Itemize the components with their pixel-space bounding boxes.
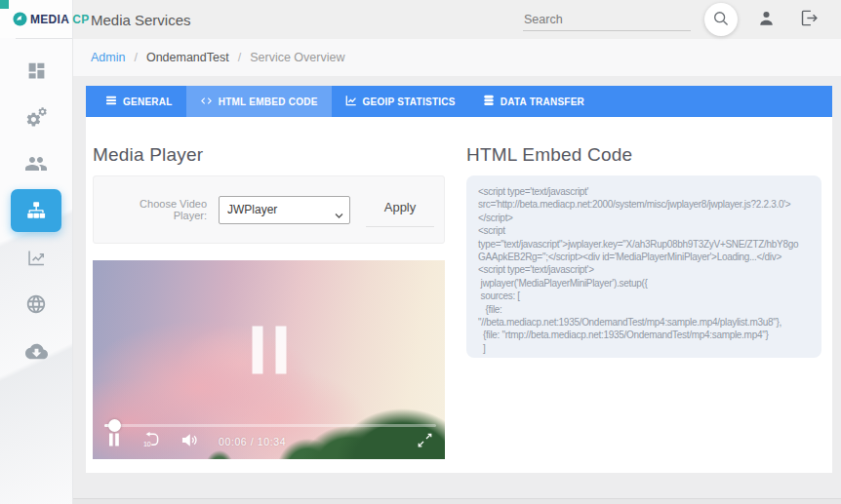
search-icon: [712, 10, 730, 30]
breadcrumb-separator: /: [134, 51, 137, 64]
media-player-section: Media Player Choose Video Player: JWPlay…: [93, 144, 445, 459]
breadcrumb-current-page: Service Overview: [250, 51, 344, 64]
main-area: Media Services Admin / OndemandTest / Se…: [73, 0, 841, 504]
chart-line-icon: [26, 248, 47, 268]
top-bar: Media Services: [73, 0, 841, 39]
tab-bar: GENERAL HTML EMBED CODE GEOIP STATISTICS…: [86, 86, 832, 117]
breadcrumb-admin[interactable]: Admin: [91, 51, 125, 64]
logout-icon: [799, 9, 818, 30]
tab-general[interactable]: GENERAL: [92, 86, 186, 117]
tab-label: HTML EMBED CODE: [219, 97, 318, 107]
page-title: Media Services: [91, 12, 191, 28]
person-icon: [757, 9, 776, 30]
tab-label: DATA TRANSFER: [501, 97, 584, 107]
embed-code-heading: HTML Embed Code: [466, 144, 821, 166]
settings-gears-icon: [24, 105, 48, 129]
code-icon: [200, 95, 213, 109]
svg-text:10: 10: [143, 441, 151, 448]
player-select-wrap: JWPlayer: [219, 196, 350, 224]
breadcrumb: Admin / OndemandTest / Service Overview: [73, 39, 841, 76]
video-progress-bar[interactable]: [104, 424, 436, 427]
search-input[interactable]: [523, 9, 691, 31]
rewind-10-button[interactable]: 10: [141, 431, 160, 451]
mediacp-logo-icon: [13, 12, 27, 26]
sidebar-item-dashboard[interactable]: [0, 47, 72, 94]
video-time-display: 00:06 / 10:34: [219, 436, 286, 447]
fullscreen-icon: [418, 433, 432, 450]
sidebar-nav: [0, 47, 72, 374]
apply-button[interactable]: Apply: [366, 192, 434, 227]
pause-icon: [108, 433, 120, 449]
cloud-download-icon: [25, 340, 48, 363]
video-player[interactable]: 10 00:06 / 10:34: [93, 260, 445, 459]
breadcrumb-separator: /: [238, 51, 241, 64]
player-select[interactable]: JWPlayer: [219, 196, 350, 224]
brand-logo[interactable]: MEDIACP: [0, 0, 72, 38]
card-body: Media Player Choose Video Player: JWPlay…: [86, 117, 832, 473]
tab-label: GEOIP STATISTICS: [363, 97, 456, 107]
tab-html-embed-code[interactable]: HTML EMBED CODE: [186, 86, 332, 117]
tab-label: GENERAL: [123, 97, 173, 107]
logo-divider: [16, 38, 72, 39]
video-controls: 10 00:06 / 10:34: [108, 431, 432, 451]
service-card: GENERAL HTML EMBED CODE GEOIP STATISTICS…: [86, 86, 832, 473]
breadcrumb-service-name[interactable]: OndemandTest: [146, 51, 229, 64]
sidebar-item-network[interactable]: [0, 281, 72, 328]
dashboard-icon: [26, 60, 47, 81]
users-icon: [24, 152, 48, 175]
sidebar-item-users[interactable]: [0, 140, 72, 187]
sidebar-item-settings[interactable]: [0, 94, 72, 140]
logo-text-cp: CP: [72, 13, 89, 26]
embed-code-block[interactable]: <script type='text/javascript' src='http…: [466, 175, 821, 358]
fullscreen-button[interactable]: [418, 433, 432, 450]
tab-geoip-statistics[interactable]: GEOIP STATISTICS: [332, 86, 469, 117]
media-player-heading: Media Player: [93, 144, 445, 166]
sitemap-icon: [25, 200, 47, 221]
sidebar-active-pill: [11, 189, 61, 232]
choose-player-label: Choose Video Player:: [103, 198, 219, 221]
pause-button[interactable]: [108, 433, 120, 449]
chart-icon: [345, 95, 357, 108]
logout-button[interactable]: [799, 9, 818, 30]
tab-data-transfer[interactable]: DATA TRANSFER: [469, 86, 598, 117]
volume-icon: [181, 433, 199, 450]
volume-button[interactable]: [181, 433, 199, 450]
globe-icon: [25, 293, 47, 315]
search-button[interactable]: [704, 3, 738, 36]
player-form: Choose Video Player: JWPlayer Apply: [93, 175, 445, 244]
sidebar-item-downloads[interactable]: [0, 328, 72, 374]
logo-text-media: MEDIA: [30, 13, 69, 26]
search-field-wrap: [523, 9, 691, 31]
corner-accent: [0, 0, 9, 9]
sidebar: MEDIACP: [0, 0, 73, 504]
list-icon: [105, 95, 117, 108]
sidebar-item-services[interactable]: [0, 187, 72, 234]
sidebar-item-statistics[interactable]: [0, 234, 72, 281]
database-icon: [483, 95, 495, 108]
rewind-10-icon: 10: [141, 431, 160, 451]
content-area: GENERAL HTML EMBED CODE GEOIP STATISTICS…: [73, 76, 841, 473]
bottom-bar: [73, 498, 841, 504]
user-account-button[interactable]: [757, 9, 776, 30]
pause-overlay-icon[interactable]: [252, 326, 286, 373]
embed-code-section: HTML Embed Code <script type='text/javas…: [466, 144, 821, 459]
